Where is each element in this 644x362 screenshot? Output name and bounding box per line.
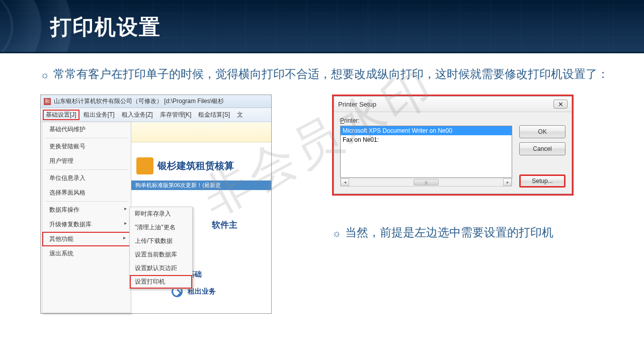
printer-label: Printer:: [340, 117, 512, 124]
sm-instant-stock[interactable]: 即时库存录入: [130, 207, 192, 221]
dialog-body: Printer: Microsoft XPS Document Writer o…: [334, 112, 572, 194]
cancel-button[interactable]: Cancel: [519, 142, 566, 155]
dd-change-login[interactable]: 更换登陆账号: [42, 139, 131, 154]
printer-item-fax[interactable]: Fax on Ne01:: [341, 135, 512, 144]
dd-unit-info[interactable]: 单位信息录入: [42, 171, 131, 186]
slide-title: 打印机设置: [50, 13, 161, 41]
dialog-left: Printer: Microsoft XPS Document Writer o…: [340, 117, 512, 188]
slide-content: ☼ 常常有客户在打印单子的时候，觉得横向打印不合适，想要改成纵向打印，这时候就需…: [0, 53, 644, 314]
sun-icon: ☼: [40, 66, 49, 83]
submenu: 即时库存录入 "清理上油"更名 上传/下载数据 设置当前数据库 设置默认页边距 …: [129, 207, 193, 289]
bullet-2: ☼ 当然，前提是左边选中需要设置的打印机: [332, 224, 574, 242]
app-titlebar: 和 山东银杉计算机软件有限公司（可修改） [d:\Program Files\银…: [41, 95, 271, 108]
app-screenshot: 和 山东银杉计算机软件有限公司（可修改） [d:\Program Files\银…: [40, 95, 272, 314]
bullet-1: ☼ 常常有客户在打印单子的时候，觉得横向打印不合适，想要改成纵向打印，这时候就需…: [40, 65, 614, 83]
label-rest: rinter:: [344, 117, 360, 124]
setup-button[interactable]: Setup...: [519, 174, 566, 188]
printer-listbox[interactable]: Microsoft XPS Document Writer on Ne00 Fa…: [340, 126, 512, 178]
titlebar-text: 山东银杉计算机软件有限公司（可修改） [d:\Program Files\银杉: [54, 97, 224, 106]
dialog-titlebar: Printer Setup ✕: [334, 97, 572, 112]
menu-basic-settings[interactable]: 基础设置[J]: [43, 110, 79, 120]
menu-inventory[interactable]: 库存管理[K]: [157, 110, 195, 120]
printer-setup-dialog: Printer Setup ✕ Printer: Microsoft XPS D…: [332, 95, 574, 196]
banner-title-wrap: 银杉建筑租赁核算: [157, 159, 234, 172]
sm-margins[interactable]: 设置默认页边距: [130, 261, 192, 275]
sm-printer-setup[interactable]: 设置打印机: [130, 275, 192, 289]
h-scrollbar[interactable]: ◂ ||| ▸: [340, 178, 512, 187]
dd-ui-style[interactable]: 选择界面风格: [42, 186, 131, 200]
menubar: 基础设置[J] 租出业务[T] 租入业务[Z] 库存管理[K] 租金结算[S] …: [41, 108, 271, 122]
bullet-2-text: 当然，前提是左边选中需要设置的打印机: [345, 224, 553, 242]
sm-set-db[interactable]: 设置当前数据库: [130, 248, 192, 261]
dd-basic-code[interactable]: 基础代码维护: [42, 122, 131, 137]
dd-separator: [45, 138, 128, 138]
banner-sub: 狗单机标准版第06次更新！(最新更: [131, 180, 271, 190]
dd-separator: [45, 169, 128, 170]
logo-icon: [136, 157, 153, 174]
menu-rent-out[interactable]: 租出业务[T]: [80, 110, 118, 120]
slide-header: 打印机设置: [0, 0, 644, 53]
scroll-track[interactable]: |||: [349, 179, 503, 186]
dd-database[interactable]: 数据库操作: [42, 203, 131, 217]
dialog-title: Printer Setup: [338, 101, 376, 108]
menu-billing[interactable]: 租金结算[S]: [195, 110, 233, 120]
menu-rent-in[interactable]: 租入业务[Z]: [119, 110, 156, 120]
scroll-right-button[interactable]: ▸: [503, 178, 512, 186]
menu-more[interactable]: 文: [234, 110, 246, 120]
right-column: Printer Setup ✕ Printer: Microsoft XPS D…: [332, 95, 574, 242]
dd-user-mgmt[interactable]: 用户管理: [42, 154, 131, 168]
banner-logo-row: 银杉建筑租赁核算: [131, 142, 271, 178]
dd-other-functions[interactable]: 其他功能: [42, 232, 131, 246]
sm-rename[interactable]: "清理上油"更名: [130, 221, 192, 234]
dialog-buttons: OK Cancel Setup...: [519, 117, 566, 188]
dropdown-menu: 基础代码维护 更换登陆账号 用户管理 单位信息录入 选择界面风格 数据库操作 升…: [42, 122, 131, 313]
dd-exit[interactable]: 退出系统: [42, 246, 131, 261]
screenshots-row: 和 山东银杉计算机软件有限公司（可修改） [d:\Program Files\银…: [40, 95, 614, 314]
banner-title: 银杉建筑租赁核算: [157, 159, 234, 172]
dd-separator: [45, 201, 128, 202]
close-button[interactable]: ✕: [553, 100, 568, 109]
ok-button[interactable]: OK: [519, 125, 566, 138]
sm-upload[interactable]: 上传/下载数据: [130, 234, 192, 248]
software-title: 软件主: [212, 219, 271, 231]
scroll-thumb[interactable]: |||: [414, 179, 439, 186]
close-icon: ✕: [558, 101, 564, 108]
sun-icon: ☼: [332, 225, 341, 242]
bullet-1-text: 常常有客户在打印单子的时候，觉得横向打印不合适，想要改成纵向打印，这时候就需要修…: [53, 65, 609, 83]
scroll-left-button[interactable]: ◂: [341, 178, 349, 186]
printer-item-xps[interactable]: Microsoft XPS Document Writer on Ne00: [341, 126, 512, 135]
label-mnemonic: P: [340, 117, 344, 124]
app-icon: 和: [44, 98, 51, 105]
banner-top: [131, 122, 271, 142]
dd-upgrade-db[interactable]: 升级修复数据库: [42, 217, 131, 232]
